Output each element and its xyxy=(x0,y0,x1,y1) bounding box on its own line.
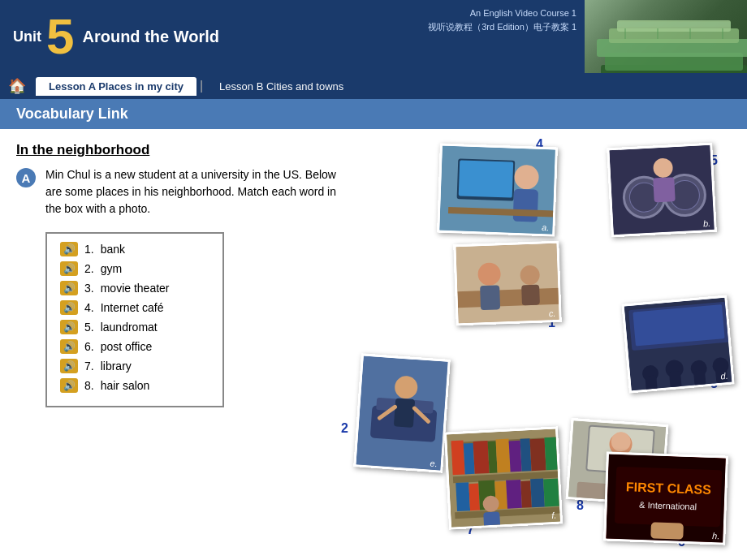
photo-tag-5: b. xyxy=(703,218,711,228)
svg-rect-24 xyxy=(653,177,676,202)
word-num-4: 4. xyxy=(84,301,94,314)
word-6: post office xyxy=(101,340,153,353)
photo-4: a. xyxy=(437,144,558,237)
svg-rect-79 xyxy=(615,467,722,527)
svg-rect-55 xyxy=(495,439,510,473)
course-line1: An English Video Course 1 xyxy=(428,6,576,20)
svg-rect-44 xyxy=(669,371,682,388)
svg-rect-57 xyxy=(520,438,532,472)
speaker-icon-4[interactable] xyxy=(60,300,78,315)
svg-rect-16 xyxy=(513,189,538,222)
photo-3: d. xyxy=(621,295,734,394)
word-num-6: 6. xyxy=(84,340,94,353)
word-5: laundromat xyxy=(101,321,158,334)
nav-bar: 🏠 Lesson A Places in my city | Lesson B … xyxy=(0,73,747,99)
unit-number: 5 xyxy=(46,11,74,62)
photo-label-2: 2 xyxy=(341,421,348,436)
svg-rect-82 xyxy=(650,522,684,539)
word-item-7: 7. library xyxy=(60,359,209,373)
vocab-banner: Vocabulary Link xyxy=(0,99,747,129)
svg-rect-65 xyxy=(506,480,522,509)
tab-separator: | xyxy=(200,79,203,93)
speaker-icon-8[interactable] xyxy=(60,378,78,393)
word-3: movie theater xyxy=(101,282,170,295)
word-list-box: 1. bank 2. gym 3. movie theater 4. Inter… xyxy=(45,232,224,407)
tab-lesson-b[interactable]: Lesson B Cities and towns xyxy=(206,77,356,96)
word-8: hair salon xyxy=(101,379,150,392)
svg-rect-58 xyxy=(530,438,546,471)
word-num-1: 1. xyxy=(84,243,94,256)
svg-rect-42 xyxy=(645,375,658,390)
word-item-5: 5. laundromat xyxy=(60,320,209,334)
book-stack xyxy=(593,16,739,73)
svg-rect-35 xyxy=(394,398,415,428)
svg-rect-52 xyxy=(464,443,475,475)
word-item-3: 3. movie theater xyxy=(60,281,209,295)
exercise-letter-badge: A xyxy=(16,168,36,187)
course-line2: 视听说教程（3rd Edition）电子教案 1 xyxy=(428,20,576,34)
photo-2: e. xyxy=(353,353,450,472)
svg-rect-25 xyxy=(456,243,561,326)
word-item-6: 6. post office xyxy=(60,339,209,354)
photo-tag-2: e. xyxy=(430,459,438,469)
main-content: In the neighborhood A Min Chul is a new … xyxy=(0,129,747,559)
word-item-2: 2. gym xyxy=(60,261,209,276)
photo-tag-6: h. xyxy=(712,531,720,541)
svg-rect-66 xyxy=(520,480,532,508)
exercise-instruction: Min Chul is a new student at a universit… xyxy=(45,166,346,218)
photo-5: b. xyxy=(607,143,717,238)
speaker-icon-6[interactable] xyxy=(60,339,78,354)
word-num-2: 2. xyxy=(84,262,94,275)
svg-rect-14 xyxy=(459,160,513,197)
svg-rect-71 xyxy=(483,511,500,528)
photo-6: FIRST CLASS & International h. xyxy=(603,451,728,545)
photo-tag-7: f. xyxy=(551,510,557,520)
header: Unit 5 Around the World An English Video… xyxy=(0,0,747,73)
svg-rect-30 xyxy=(521,285,540,306)
unit-label: Unit xyxy=(13,28,41,45)
unit-section: Unit 5 Around the World xyxy=(0,0,232,73)
svg-rect-51 xyxy=(451,441,465,476)
svg-rect-67 xyxy=(530,478,545,507)
svg-rect-62 xyxy=(468,484,480,511)
tab-lesson-a[interactable]: Lesson A Places in my city xyxy=(36,77,196,96)
word-item-1: 1. bank xyxy=(60,242,209,256)
word-4: Internet café xyxy=(101,301,164,314)
photo-1: c. xyxy=(453,241,561,325)
course-info: An English Video Course 1 视听说教程（3rd Edit… xyxy=(428,6,576,33)
unit-title: Around the World xyxy=(82,28,219,46)
svg-text:& International: & International xyxy=(639,500,697,511)
photo-tag-1: c. xyxy=(549,308,556,318)
speaker-icon-7[interactable] xyxy=(60,359,78,373)
speaker-icon-5[interactable] xyxy=(60,320,78,334)
vocab-banner-label: Vocabulary Link xyxy=(16,106,128,122)
photo-tag-3: d. xyxy=(720,371,728,381)
word-item-4: 4. Internet café xyxy=(60,300,209,315)
word-num-3: 3. xyxy=(84,282,94,295)
speaker-icon-3[interactable] xyxy=(60,281,78,295)
photo-tag-4: a. xyxy=(542,222,550,232)
word-7: library xyxy=(101,360,132,373)
speaker-icon-1[interactable] xyxy=(60,242,78,256)
word-num-8: 8. xyxy=(84,379,94,392)
word-num-7: 7. xyxy=(84,360,94,373)
home-icon[interactable]: 🏠 xyxy=(8,77,26,95)
word-item-8: 8. hair salon xyxy=(60,378,209,393)
svg-rect-56 xyxy=(509,441,522,472)
svg-rect-59 xyxy=(544,437,558,471)
svg-text:FIRST CLASS: FIRST CLASS xyxy=(626,480,712,497)
word-num-5: 5. xyxy=(84,321,94,334)
book-image xyxy=(585,0,747,73)
svg-rect-28 xyxy=(480,285,500,310)
svg-rect-53 xyxy=(473,441,490,474)
svg-rect-68 xyxy=(543,478,559,506)
speaker-icon-2[interactable] xyxy=(60,261,78,276)
photo-label-8: 8 xyxy=(576,498,584,513)
photo-7: f. xyxy=(444,426,563,529)
word-2: gym xyxy=(101,262,122,275)
svg-rect-54 xyxy=(488,441,498,472)
photos-area: 4 5 1 2 3 7 8 6 a. xyxy=(341,137,739,551)
svg-rect-46 xyxy=(693,370,706,386)
word-1: bank xyxy=(101,243,125,256)
svg-rect-61 xyxy=(456,482,470,511)
